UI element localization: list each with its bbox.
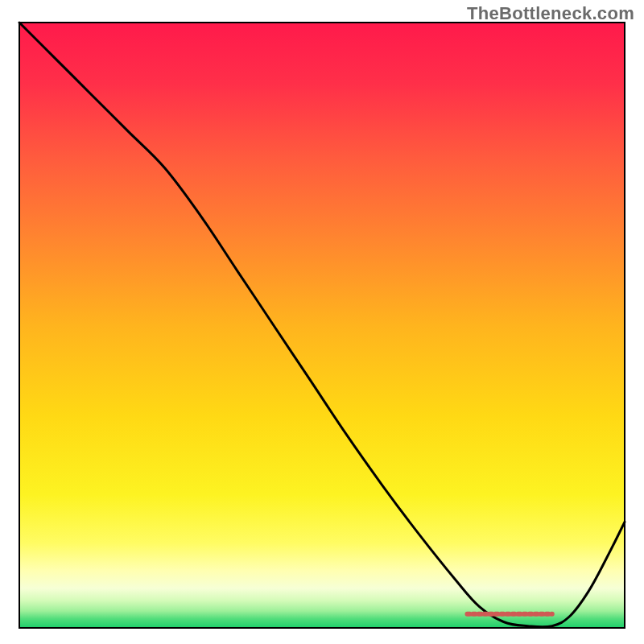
watermark-text: TheBottleneck.com	[467, 3, 634, 24]
chart-svg	[0, 0, 644, 644]
chart-container: TheBottleneck.com	[0, 0, 644, 644]
